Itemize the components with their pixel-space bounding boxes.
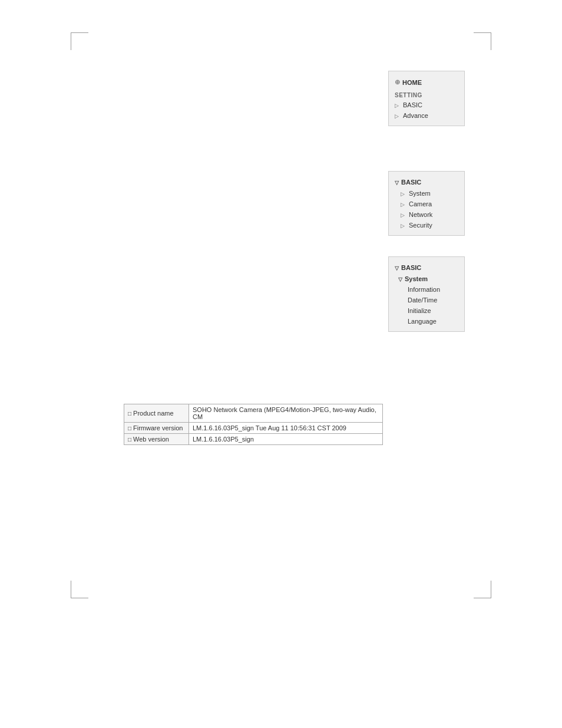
info-table-container: □Product nameSOHO Network Camera (MPEG4/… bbox=[124, 404, 383, 445]
network-label: Network bbox=[409, 211, 432, 218]
security-label: Security bbox=[409, 222, 432, 229]
checkbox-web-version: □ bbox=[128, 436, 131, 443]
nav-subitem-network[interactable]: Network bbox=[389, 209, 464, 220]
checkbox-product-name: □ bbox=[128, 410, 131, 417]
nav-panel-system: BASIC System Information Date/Time Initi… bbox=[388, 256, 465, 332]
system-section-header: BASIC bbox=[389, 262, 464, 274]
table-row: □Web versionLM.1.6.16.03P5_sign bbox=[124, 434, 383, 445]
row-label-web-version: □Web version bbox=[124, 434, 189, 445]
initialize-label: Initialize bbox=[408, 307, 431, 314]
info-table: □Product nameSOHO Network Camera (MPEG4/… bbox=[124, 404, 383, 445]
datetime-label: Date/Time bbox=[408, 297, 437, 304]
corner-tl bbox=[71, 32, 88, 50]
home-label: HOME bbox=[402, 79, 422, 86]
system-subsystem-header: System bbox=[389, 274, 464, 284]
corner-tr bbox=[474, 32, 491, 50]
system-section-down-icon bbox=[395, 265, 399, 271]
nav-subitem-camera[interactable]: Camera bbox=[389, 199, 464, 209]
table-row: □Firmware versionLM.1.6.16.03P5_sign Tue… bbox=[124, 423, 383, 434]
row-label-product-name: □Product name bbox=[124, 404, 189, 423]
nav-leaf-information[interactable]: Information bbox=[389, 284, 464, 295]
row-value-web-version: LM.1.6.16.03P5_sign bbox=[189, 434, 383, 445]
network-arrow-icon bbox=[401, 212, 406, 218]
subsystem-down-icon bbox=[398, 276, 402, 282]
corner-br bbox=[474, 581, 491, 598]
basic-arrow-icon bbox=[395, 102, 401, 108]
corner-bl bbox=[71, 581, 88, 598]
home-nav-item[interactable]: HOME bbox=[389, 76, 464, 88]
nav-panel-top: HOME SETTING BASIC Advance bbox=[388, 71, 465, 126]
table-row: □Product nameSOHO Network Camera (MPEG4/… bbox=[124, 404, 383, 423]
nav-item-basic[interactable]: BASIC bbox=[389, 100, 464, 110]
home-icon bbox=[395, 78, 400, 86]
checkbox-firmware-version: □ bbox=[128, 425, 131, 431]
nav-basic-label: BASIC bbox=[403, 101, 422, 108]
advance-arrow-icon bbox=[395, 113, 401, 118]
camera-label: Camera bbox=[409, 200, 432, 207]
nav-panel-basic: BASIC System Camera Network Security bbox=[388, 171, 465, 236]
camera-arrow-icon bbox=[401, 201, 406, 207]
nav-item-advance[interactable]: Advance bbox=[389, 110, 464, 121]
language-label: Language bbox=[408, 318, 437, 325]
security-arrow-icon bbox=[401, 222, 406, 228]
nav-leaf-datetime[interactable]: Date/Time bbox=[389, 295, 464, 305]
nav-leaf-language[interactable]: Language bbox=[389, 316, 464, 327]
nav-subitem-system[interactable]: System bbox=[389, 188, 464, 199]
basic-section-label: BASIC bbox=[401, 179, 421, 186]
system-section-label: BASIC bbox=[401, 264, 421, 271]
nav-subitem-security[interactable]: Security bbox=[389, 220, 464, 230]
system-label: System bbox=[409, 190, 431, 197]
nav-leaf-initialize[interactable]: Initialize bbox=[389, 305, 464, 316]
row-value-firmware-version: LM.1.6.16.03P5_sign Tue Aug 11 10:56:31 … bbox=[189, 423, 383, 434]
system-arrow-icon bbox=[401, 190, 406, 196]
row-value-product-name: SOHO Network Camera (MPEG4/Motion-JPEG, … bbox=[189, 404, 383, 423]
information-label: Information bbox=[408, 286, 440, 293]
subsystem-label: System bbox=[405, 275, 428, 282]
nav-advance-label: Advance bbox=[403, 112, 428, 119]
row-label-firmware-version: □Firmware version bbox=[124, 423, 189, 434]
setting-label: SETTING bbox=[389, 88, 464, 100]
basic-down-arrow-icon bbox=[395, 179, 399, 186]
basic-section-header: BASIC bbox=[389, 176, 464, 188]
